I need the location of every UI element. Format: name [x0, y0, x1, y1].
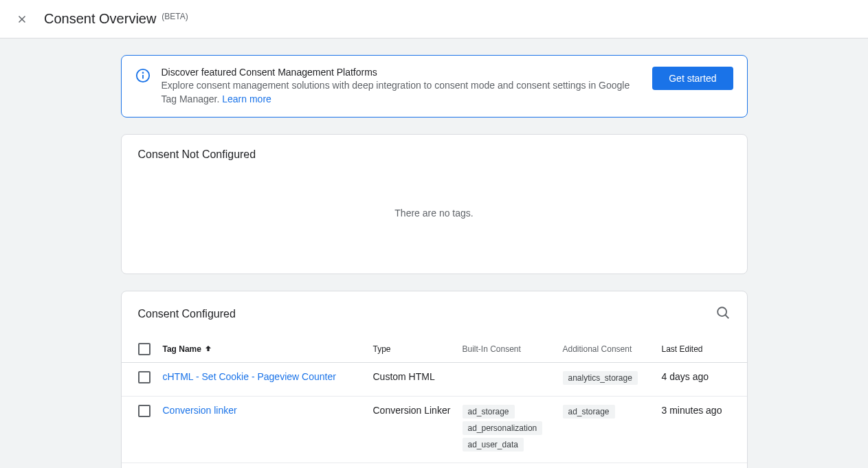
table-row: Conversion linkerConversion Linkerad_sto… — [122, 397, 747, 463]
tag-link[interactable]: Conversion linker — [163, 405, 237, 416]
tag-link[interactable]: cHTML - Set Cookie - Pageview Counter — [163, 371, 336, 382]
card-header: Consent Configured — [122, 291, 747, 336]
close-icon[interactable] — [14, 11, 30, 27]
sort-arrow-up-icon — [204, 344, 212, 355]
banner-description: Explore consent management solutions wit… — [162, 79, 642, 106]
not-configured-title: Consent Not Configured — [138, 148, 256, 161]
svg-point-5 — [717, 307, 726, 316]
column-builtin[interactable]: Built-In Consent — [463, 344, 563, 354]
info-banner: Discover featured Consent Management Pla… — [121, 55, 748, 118]
empty-state: There are no tags. — [122, 175, 747, 274]
table-header: Tag Name Type Built-In Consent Additiona… — [122, 336, 747, 363]
svg-line-6 — [725, 315, 728, 318]
page-title: Consent Overview — [44, 11, 156, 26]
consent-chip: analytics_storage — [563, 371, 638, 385]
header-bar: Consent Overview (BETA) — [0, 0, 868, 38]
last-edited: 3 minutes ago — [662, 405, 731, 416]
card-header: Consent Not Configured — [122, 135, 747, 175]
tag-type: Conversion Linker — [373, 405, 463, 416]
table-body: cHTML - Set Cookie - Pageview CounterCus… — [122, 363, 747, 468]
info-icon — [135, 68, 151, 85]
column-type[interactable]: Type — [373, 344, 463, 354]
select-all-checkbox[interactable] — [138, 343, 151, 355]
row-checkbox[interactable] — [138, 405, 151, 417]
info-text: Discover featured Consent Management Pla… — [162, 67, 642, 106]
additional-consent: analytics_storage — [563, 371, 662, 388]
column-additional[interactable]: Additional Consent — [563, 344, 662, 354]
table-row: cHTML - Set Cookie - Pageview CounterCus… — [122, 363, 747, 397]
tag-type: Custom HTML — [373, 371, 463, 382]
learn-more-link[interactable]: Learn more — [222, 93, 271, 104]
configured-card: Consent Configured Tag Name Type Built-I… — [121, 291, 748, 468]
consent-chip: ad_storage — [563, 405, 615, 419]
additional-consent: ad_storage — [563, 405, 662, 421]
page-title-wrap: Consent Overview (BETA) — [44, 11, 188, 27]
table-row: Custom Cookie_Consent banner - Thijs Joo… — [122, 463, 747, 468]
banner-title: Discover featured Consent Management Pla… — [162, 67, 642, 78]
column-name[interactable]: Tag Name — [163, 344, 373, 355]
consent-chip: ad_personalization — [463, 421, 543, 435]
consent-chip: ad_storage — [463, 405, 515, 419]
beta-badge: (BETA) — [162, 12, 188, 21]
consent-chip: ad_user_data — [463, 438, 524, 452]
search-icon[interactable] — [715, 305, 731, 322]
last-edited: 4 days ago — [662, 371, 731, 382]
not-configured-card: Consent Not Configured There are no tags… — [121, 134, 748, 274]
builtin-consent: ad_storagead_personalizationad_user_data — [463, 405, 563, 454]
row-checkbox[interactable] — [138, 371, 151, 383]
get-started-button[interactable]: Get started — [652, 67, 733, 90]
svg-point-4 — [142, 72, 143, 73]
configured-title: Consent Configured — [138, 308, 236, 320]
column-edited[interactable]: Last Edited — [662, 344, 731, 354]
